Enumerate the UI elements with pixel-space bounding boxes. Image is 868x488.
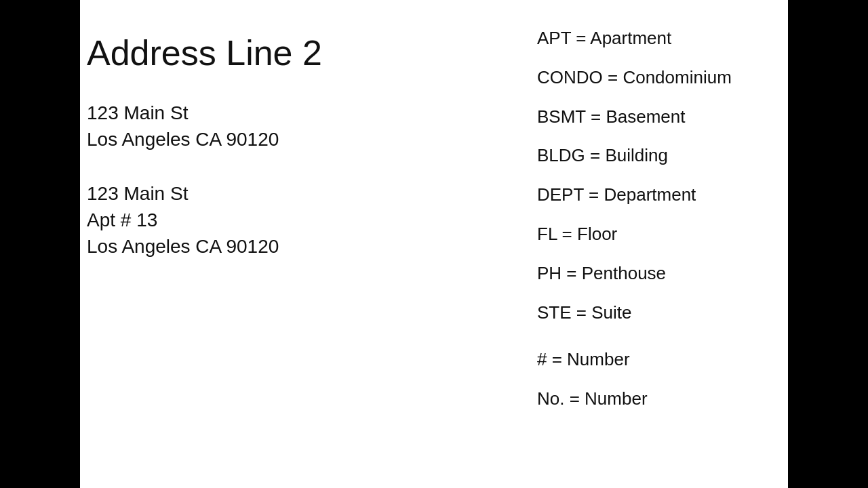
- abbreviation-group-2: # = NumberNo. = Number: [537, 348, 774, 411]
- left-section: Address Line 2 123 Main St Los Angeles C…: [80, 20, 530, 468]
- abbreviation-item: STE = Suite: [537, 302, 774, 325]
- abbreviation-item: CONDO = Condominium: [537, 66, 774, 89]
- abbreviation-item: No. = Number: [537, 388, 774, 411]
- address1-line2: Los Angeles CA 90120: [87, 126, 510, 152]
- abbreviation-item: # = Number: [537, 348, 774, 371]
- left-bar: [0, 0, 80, 488]
- right-bar: [788, 0, 868, 488]
- abbreviation-group-1: APT = ApartmentCONDO = CondominiumBSMT =…: [537, 27, 774, 324]
- address2-line3: Los Angeles CA 90120: [87, 233, 510, 260]
- main-content: Address Line 2 123 Main St Los Angeles C…: [80, 0, 788, 488]
- address2-line2: Apt # 13: [87, 207, 510, 233]
- abbreviation-item: BLDG = Building: [537, 144, 774, 167]
- address1-line1: 123 Main St: [87, 100, 510, 126]
- abbreviation-item: DEPT = Department: [537, 184, 774, 207]
- right-section: APT = ApartmentCONDO = CondominiumBSMT =…: [530, 20, 788, 468]
- abbreviation-item: APT = Apartment: [537, 27, 774, 50]
- abbreviation-item: FL = Floor: [537, 223, 774, 246]
- address-block-2: 123 Main St Apt # 13 Los Angeles CA 9012…: [87, 180, 510, 260]
- abbreviation-item: BSMT = Basement: [537, 106, 774, 129]
- page-title: Address Line 2: [87, 34, 510, 73]
- address2-line1: 123 Main St: [87, 180, 510, 207]
- address-block-1: 123 Main St Los Angeles CA 90120: [87, 100, 510, 152]
- abbreviation-item: PH = Penthouse: [537, 262, 774, 285]
